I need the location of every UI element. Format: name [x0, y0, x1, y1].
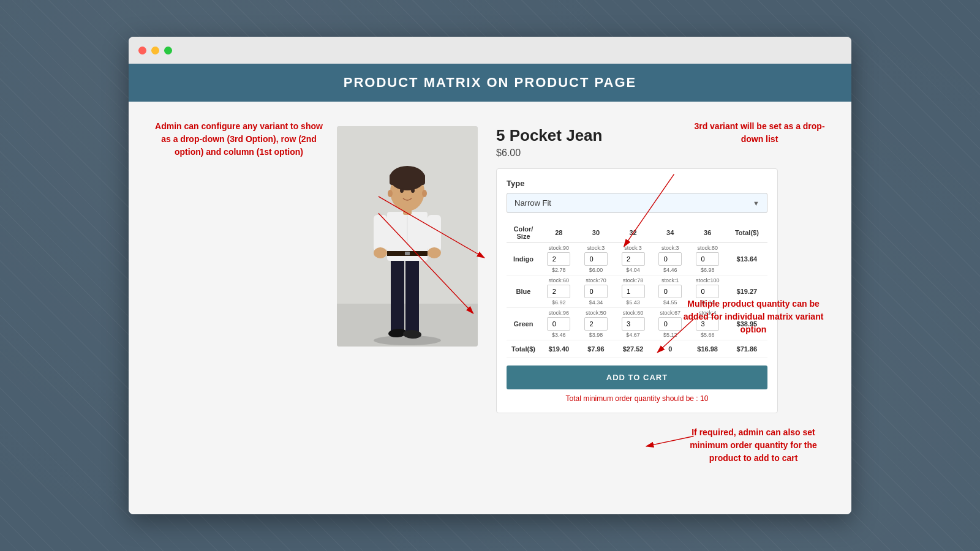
matrix-cell: stock:90$2.78	[540, 243, 578, 276]
matrix-cell: stock:60$6.92	[540, 276, 578, 308]
browser-window: PRODUCT MATRIX ON PRODUCT PAGE Admin can…	[129, 37, 851, 514]
matrix-cell: stock:80$6.98	[689, 243, 726, 276]
totals-cell: 0	[652, 340, 689, 358]
col-header-28: 28	[540, 223, 578, 243]
qty-input[interactable]	[622, 285, 645, 298]
stock-info: stock:90	[543, 245, 575, 251]
product-price: $6.00	[496, 148, 778, 159]
qty-input[interactable]	[547, 285, 570, 298]
svg-point-19	[388, 190, 393, 197]
annotation-right-bottom: If required, admin can also set minimum …	[680, 426, 827, 465]
svg-rect-22	[405, 252, 410, 255]
row-total: $13.64	[726, 243, 767, 276]
price-info: $2.78	[543, 267, 575, 273]
svg-point-18	[411, 188, 415, 193]
browser-titlebar	[129, 37, 851, 64]
qty-input[interactable]	[696, 285, 719, 298]
matrix-widget: Type Narrow Fit ▼ Color/Size 28 30 32	[496, 168, 778, 413]
col-header-colorsize: Color/Size	[507, 223, 540, 243]
product-image-container	[337, 126, 478, 347]
svg-rect-3	[391, 255, 404, 334]
svg-rect-16	[390, 174, 425, 185]
col-header-32: 32	[614, 223, 652, 243]
totals-cell: $16.98	[689, 340, 726, 358]
col-header-34: 34	[652, 223, 689, 243]
svg-rect-10	[428, 215, 441, 252]
price-info: $6.00	[580, 267, 612, 273]
stock-info: stock:3	[617, 245, 649, 251]
annotation-right-middle-text: Multiple product quantity can be added f…	[680, 298, 827, 336]
type-dropdown[interactable]: Narrow Fit ▼	[507, 193, 767, 213]
qty-input[interactable]	[658, 317, 682, 331]
matrix-cell: stock:50$3.98	[578, 308, 615, 340]
matrix-cell: stock:60$4.67	[614, 308, 652, 340]
col-header-total: Total($)	[726, 223, 767, 243]
col-header-36: 36	[689, 223, 726, 243]
price-info: $4.04	[617, 267, 649, 273]
totals-row: Total($)$19.40$7.96$27.520$16.98$71.86	[507, 340, 767, 358]
qty-input[interactable]	[584, 317, 608, 331]
page-header: PRODUCT MATRIX ON PRODUCT PAGE	[129, 64, 851, 102]
min-order-text: Total minimum order quantity should be :…	[507, 394, 767, 403]
qty-input[interactable]	[547, 317, 570, 331]
dropdown-value: Narrow Fit	[514, 198, 551, 208]
matrix-cell: stock:3$4.46	[652, 243, 689, 276]
qty-input[interactable]	[696, 252, 719, 266]
matrix-cell: stock:78$5.43	[614, 276, 652, 308]
svg-rect-9	[374, 215, 387, 252]
product-section: 5 Pocket Jean $6.00 Type Narrow Fit ▼	[337, 126, 778, 413]
annotation-left: Admin can configure any variant to show …	[153, 120, 325, 159]
chevron-down-icon: ▼	[753, 200, 760, 207]
stock-info: stock:70	[580, 277, 612, 283]
matrix-cell: stock:96$3.46	[540, 308, 578, 340]
price-info: $6.98	[692, 267, 724, 273]
svg-rect-4	[405, 255, 419, 334]
matrix-table: Color/Size 28 30 32 34 36 Total($) Indig…	[507, 223, 767, 358]
add-to-cart-button[interactable]: ADD TO CART	[507, 365, 767, 389]
price-info: $3.98	[580, 332, 612, 338]
qty-input[interactable]	[547, 252, 570, 266]
svg-point-11	[374, 247, 387, 258]
traffic-light-green[interactable]	[164, 47, 172, 54]
svg-point-17	[400, 188, 404, 193]
page-title: PRODUCT MATRIX ON PRODUCT PAGE	[344, 75, 636, 90]
stock-info: stock:78	[617, 277, 649, 283]
annotation-right-top: 3rd variant will be set as a drop-down l…	[692, 120, 827, 146]
qty-input[interactable]	[658, 252, 682, 266]
totals-cell: $27.52	[614, 340, 652, 358]
price-info: $6.92	[543, 299, 575, 305]
stock-info: stock:80	[692, 245, 724, 251]
qty-input[interactable]	[584, 285, 608, 298]
svg-point-12	[428, 247, 441, 258]
traffic-light-red[interactable]	[138, 47, 146, 54]
stock-info: stock:3	[580, 245, 612, 251]
product-info: 5 Pocket Jean $6.00 Type Narrow Fit ▼	[496, 126, 778, 413]
svg-point-20	[422, 190, 427, 197]
price-info: $3.46	[543, 332, 575, 338]
stock-info: stock:60	[543, 277, 575, 283]
stock-info: stock:50	[580, 310, 612, 316]
product-image	[337, 126, 478, 347]
traffic-light-yellow[interactable]	[151, 47, 159, 54]
annotation-right-middle: Multiple product quantity can be added f…	[680, 298, 827, 336]
qty-input[interactable]	[584, 252, 608, 266]
matrix-cell: stock:3$4.04	[614, 243, 652, 276]
totals-cell: $19.40	[540, 340, 578, 358]
price-info: $4.67	[617, 332, 649, 338]
matrix-cell: stock:3$6.00	[578, 243, 615, 276]
stock-info: stock:1	[654, 277, 687, 283]
stock-info: stock:100	[692, 277, 724, 283]
annotation-right-top-text: 3rd variant will be set as a drop-down l…	[692, 120, 827, 146]
totals-row-label: Total($)	[507, 340, 540, 358]
qty-input[interactable]	[622, 252, 645, 266]
price-info: $5.43	[617, 299, 649, 305]
row-color-label: Blue	[507, 276, 540, 308]
stock-info: stock:60	[617, 310, 649, 316]
stock-info: stock:96	[543, 310, 575, 316]
qty-input[interactable]	[622, 317, 645, 331]
price-info: $4.46	[654, 267, 687, 273]
qty-input[interactable]	[658, 285, 682, 298]
type-label: Type	[507, 179, 767, 188]
annotation-right-bottom-text: If required, admin can also set minimum …	[680, 426, 827, 465]
row-color-label: Green	[507, 308, 540, 340]
